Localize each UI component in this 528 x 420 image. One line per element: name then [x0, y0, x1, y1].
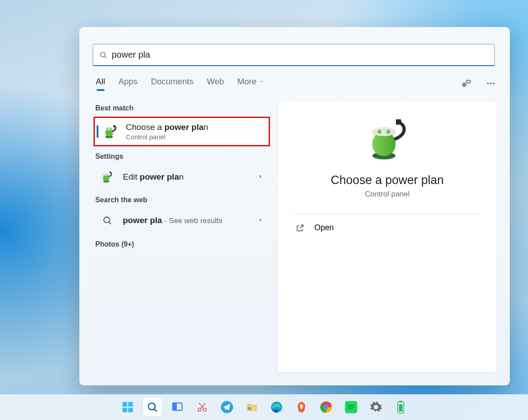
search-icon	[100, 213, 115, 228]
svg-point-23	[377, 130, 381, 134]
section-settings-label: Settings	[95, 153, 270, 161]
taskbar-settings[interactable]	[367, 398, 385, 416]
result-web-search[interactable]: power pla - See web results	[94, 208, 270, 232]
tab-documents[interactable]: Documents	[151, 77, 193, 90]
svg-rect-17	[110, 172, 111, 173]
svg-point-3	[464, 84, 465, 86]
svg-point-11	[107, 128, 108, 129]
result-title: power pla	[123, 216, 162, 225]
tab-apps[interactable]: Apps	[118, 77, 137, 90]
result-title: Choose a power plan	[126, 122, 263, 132]
section-photos-label[interactable]: Photos (9+)	[95, 240, 270, 248]
svg-point-32	[148, 403, 155, 410]
svg-point-16	[103, 173, 110, 176]
svg-point-6	[490, 82, 492, 84]
preview-action-open[interactable]: Open	[278, 214, 497, 241]
svg-rect-13	[113, 125, 115, 127]
svg-point-24	[386, 130, 390, 134]
section-search-web-label: Search the web	[95, 196, 270, 204]
tab-all[interactable]: All	[96, 77, 105, 90]
svg-point-7	[493, 82, 495, 84]
search-icon	[99, 51, 107, 59]
search-panel: All Apps Documents Web More Best match	[79, 27, 510, 385]
preview-pane: Choose a power plan Control panel Open	[278, 102, 497, 372]
section-best-match-label: Best match	[95, 104, 270, 112]
svg-point-22	[372, 127, 395, 136]
battery-power-icon	[364, 119, 411, 165]
tab-more-label: More	[237, 77, 256, 86]
taskbar-snip[interactable]	[193, 398, 211, 416]
search-input[interactable]	[112, 50, 488, 60]
svg-rect-30	[122, 408, 127, 412]
svg-rect-49	[399, 404, 402, 412]
svg-rect-40	[248, 407, 251, 410]
tab-web[interactable]: Web	[207, 77, 224, 90]
svg-rect-25	[396, 119, 401, 125]
taskbar-start[interactable]	[118, 398, 137, 416]
taskbar-chrome[interactable]	[317, 398, 336, 416]
preview-title: Choose a power plan	[278, 173, 497, 187]
preview-action-label: Open	[314, 223, 334, 232]
result-subtitle: Control panel	[126, 133, 263, 141]
svg-point-5	[487, 82, 489, 84]
taskbar-battery[interactable]	[391, 398, 410, 416]
result-web-suffix: - See web results	[162, 216, 223, 225]
desktop: All Apps Documents Web More Best match	[0, 0, 528, 420]
svg-line-33	[154, 409, 156, 411]
search-box[interactable]	[93, 44, 495, 66]
svg-point-18	[104, 217, 110, 223]
results-column: Best match Cho	[93, 102, 270, 372]
battery-power-icon	[100, 169, 115, 184]
svg-point-12	[110, 128, 111, 129]
taskbar-spotify[interactable]	[342, 398, 360, 416]
taskbar-edge[interactable]	[267, 398, 286, 416]
result-settings-edit-power-plan[interactable]: Edit power plan	[94, 165, 270, 189]
battery-power-icon	[103, 124, 118, 139]
svg-line-1	[105, 56, 106, 58]
svg-rect-4	[466, 80, 470, 83]
svg-point-45	[325, 405, 328, 409]
chevron-down-icon	[259, 79, 265, 84]
result-title: Edit power plan	[123, 172, 250, 182]
taskbar-search[interactable]	[143, 398, 162, 416]
preview-subtitle: Control panel	[278, 190, 497, 199]
svg-point-0	[101, 52, 106, 57]
svg-rect-31	[128, 408, 133, 412]
result-best-match[interactable]: Choose a power plan Control panel	[94, 117, 270, 146]
svg-rect-28	[122, 402, 127, 407]
account-icon[interactable]	[460, 78, 472, 89]
taskbar-file-explorer[interactable]	[242, 398, 261, 416]
taskbar-task-view[interactable]	[168, 398, 187, 416]
svg-rect-35	[172, 403, 176, 410]
taskbar	[0, 394, 528, 420]
svg-rect-29	[128, 402, 133, 407]
svg-point-10	[106, 127, 113, 130]
chevron-right-icon	[258, 173, 265, 181]
open-external-icon	[296, 224, 305, 232]
taskbar-brave[interactable]	[292, 398, 311, 416]
filter-tabs: All Apps Documents Web More	[93, 77, 497, 90]
taskbar-telegram[interactable]	[218, 398, 236, 416]
more-options-icon[interactable]	[485, 78, 497, 89]
tab-more[interactable]: More	[237, 77, 264, 90]
chevron-right-icon	[258, 216, 265, 224]
svg-line-19	[109, 222, 111, 224]
